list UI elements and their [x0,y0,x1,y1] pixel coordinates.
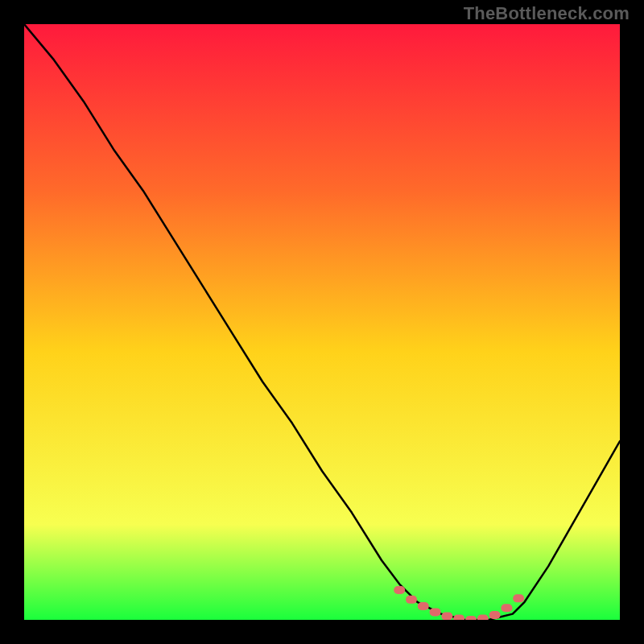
valley-marker [453,615,464,620]
valley-marker [441,613,452,620]
gradient-background [24,24,620,620]
valley-marker [477,615,489,620]
valley-marker [513,594,524,602]
valley-marker [406,596,417,604]
valley-marker [418,602,429,610]
plot-svg [24,24,620,620]
watermark-text: TheBottleneck.com [464,3,630,24]
valley-marker [489,611,501,619]
valley-marker [394,586,405,594]
valley-marker [430,608,441,616]
plot-area [24,24,620,620]
chart-stage: TheBottleneck.com [0,0,644,644]
valley-marker [501,604,512,612]
